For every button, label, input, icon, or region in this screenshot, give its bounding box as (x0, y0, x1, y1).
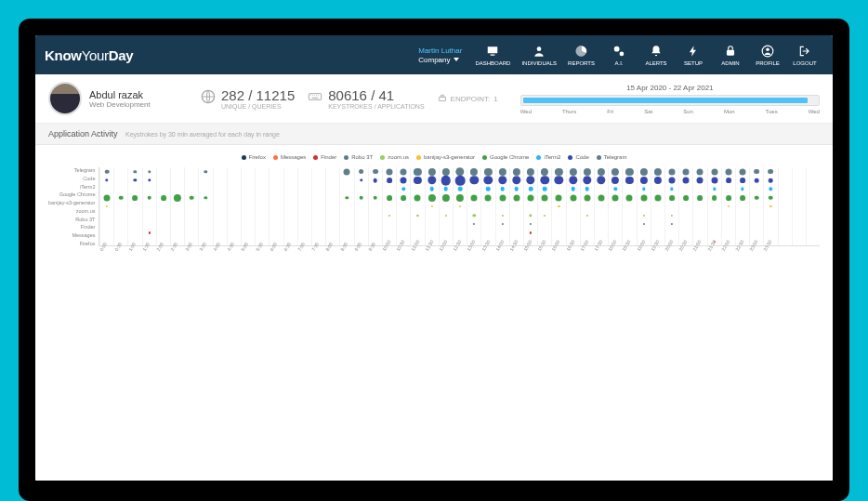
bell-icon (650, 45, 663, 58)
user-icon (533, 45, 546, 58)
app-screen: KnowYourDay Martin Luthar Company DASHBO… (35, 35, 833, 481)
scope-dropdown[interactable]: Company (418, 56, 462, 64)
legend-item[interactable]: banijay-s3-generator (416, 154, 475, 160)
laptop-frame: KnowYourDay Martin Luthar Company DASHBO… (19, 19, 849, 501)
svg-point-5 (766, 47, 769, 51)
legend-item[interactable]: Google Chrome (482, 154, 529, 160)
nav-ai[interactable]: A.I. (600, 45, 638, 66)
metric-unique: 282 / 11215 UNIQUE / QUERIES (201, 87, 295, 110)
legend-item[interactable]: zoom.us (380, 154, 409, 160)
chart-grid (99, 167, 820, 246)
svg-rect-3 (727, 49, 734, 55)
legend-item[interactable]: Firefox (242, 154, 266, 160)
globe-icon (201, 89, 216, 104)
activity-chart: FirefoxMessagesFinderRobo 3Tzoom.usbanij… (35, 145, 833, 481)
date-range-label: 15 Apr 2020 - 22 Apr 2021 (520, 84, 820, 92)
legend-item[interactable]: Robo 3T (344, 154, 373, 160)
endpoint-indicator: ENDPOINT: 1 (438, 94, 498, 103)
nav-individuals[interactable]: INDIVIDUALS (516, 45, 562, 66)
metrics-bar: Abdul razak Web Development 282 / 11215 … (35, 74, 833, 124)
profile-role: Web Development (89, 100, 151, 109)
chart-legend: FirefoxMessagesFinderRobo 3Tzoom.usbanij… (48, 154, 820, 160)
nav-admin[interactable]: ADMIN (712, 45, 749, 66)
gears-icon (612, 45, 625, 58)
legend-item[interactable]: Messages (273, 154, 306, 160)
y-axis-labels: TelegramCodeiTerm2Google Chromebanijay-s… (48, 167, 99, 246)
nav-setup[interactable]: SETUP (675, 45, 712, 66)
profile-name: Abdul razak (89, 89, 151, 100)
profile-block: Abdul razak Web Development (48, 82, 188, 115)
svg-point-1 (614, 46, 620, 51)
chevron-down-icon (454, 58, 459, 61)
legend-item[interactable]: Telegram (597, 154, 627, 160)
keyboard-icon (308, 89, 322, 104)
bolt-icon (687, 45, 700, 58)
legend-item[interactable]: Code (568, 154, 588, 160)
legend-item[interactable]: Finder (313, 154, 336, 160)
nav-reports[interactable]: REPORTS (562, 45, 600, 66)
metric-keystrokes: 80616 / 41 KEYSTROKES / APPLICATIONS (308, 87, 424, 110)
logout-icon (798, 45, 811, 58)
svg-rect-8 (439, 97, 445, 100)
nav-logout[interactable]: LOGOUT (786, 45, 823, 66)
app-header: KnowYourDay Martin Luthar Company DASHBO… (35, 35, 833, 74)
endpoint-icon (438, 94, 447, 103)
lock-icon (724, 45, 737, 58)
weekday-labels: WedThursFriSatSunMonTuesWed (520, 109, 820, 114)
section-header: Application Activity Keystrokes by 30 mi… (35, 124, 833, 145)
section-subtitle: Keystrokes by 30 min averaged for each d… (125, 131, 280, 138)
nav-profile[interactable]: PROFILE (749, 45, 786, 66)
section-title: Application Activity (48, 129, 118, 138)
svg-rect-7 (309, 94, 322, 100)
current-user-name: Martin Luthar (418, 46, 462, 55)
brand-logo[interactable]: KnowYourDay (45, 47, 133, 63)
date-range-slider[interactable]: 15 Apr 2020 - 22 Apr 2021 WedThursFriSat… (511, 84, 820, 114)
monitor-icon (486, 45, 499, 58)
main-nav: DASHBOARD INDIVIDUALS REPORTS A.I. ALERT… (469, 45, 823, 66)
profile-circle-icon (761, 45, 774, 58)
nav-alerts[interactable]: ALERTS (638, 45, 675, 66)
svg-point-2 (620, 51, 625, 56)
header-user-block: Martin Luthar Company (418, 46, 469, 64)
nav-dashboard[interactable]: DASHBOARD (469, 45, 516, 66)
avatar[interactable] (48, 82, 82, 115)
legend-item[interactable]: iTerm2 (536, 154, 560, 160)
svg-point-0 (537, 46, 542, 51)
laptop-base (35, 481, 833, 501)
svg-rect-9 (441, 95, 443, 97)
pie-chart-icon (575, 45, 588, 58)
